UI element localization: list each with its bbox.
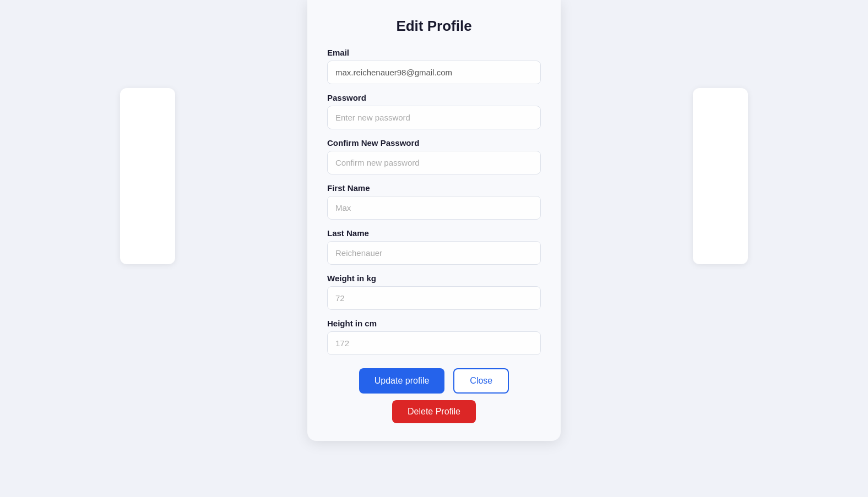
password-field-group: Password [327, 93, 541, 129]
height-field-group: Height in cm [327, 319, 541, 355]
side-panel-right [693, 88, 748, 264]
weight-label: Weight in kg [327, 274, 541, 283]
height-label: Height in cm [327, 319, 541, 328]
email-field-group: Email [327, 48, 541, 84]
height-input[interactable] [327, 331, 541, 355]
first-name-input[interactable] [327, 196, 541, 220]
modal-title: Edit Profile [327, 18, 541, 35]
weight-input[interactable] [327, 286, 541, 310]
last-name-input[interactable] [327, 241, 541, 265]
side-panel-left [120, 88, 175, 264]
delete-profile-button[interactable]: Delete Profile [392, 400, 476, 423]
first-name-field-group: First Name [327, 183, 541, 220]
last-name-field-group: Last Name [327, 228, 541, 265]
password-input[interactable] [327, 106, 541, 129]
edit-profile-modal: Edit Profile Email Password Confirm New … [307, 0, 561, 441]
confirm-password-field-group: Confirm New Password [327, 138, 541, 174]
primary-button-row: Update profile Close [327, 368, 541, 394]
password-label: Password [327, 93, 541, 102]
last-name-label: Last Name [327, 228, 541, 238]
email-input[interactable] [327, 61, 541, 84]
update-profile-button[interactable]: Update profile [359, 368, 445, 394]
email-label: Email [327, 48, 541, 57]
weight-field-group: Weight in kg [327, 274, 541, 310]
confirm-password-input[interactable] [327, 151, 541, 174]
confirm-password-label: Confirm New Password [327, 138, 541, 148]
page-wrapper: Edit Profile Email Password Confirm New … [0, 0, 868, 497]
first-name-label: First Name [327, 183, 541, 193]
delete-button-row: Delete Profile [327, 400, 541, 423]
close-button[interactable]: Close [453, 368, 509, 394]
